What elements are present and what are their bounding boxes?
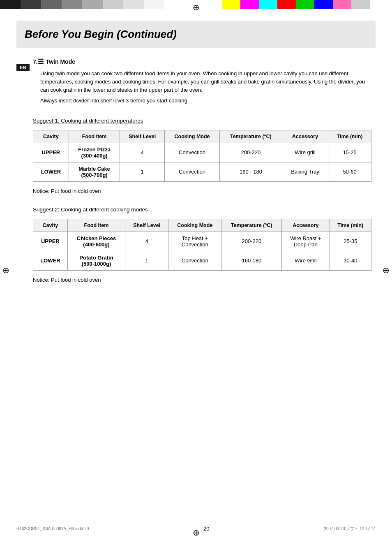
suggest2-heading-rest: Cooking at different cooking modes (60, 206, 148, 213)
suggest2-heading: Suggest 2: Cooking at different cooking … (33, 206, 371, 213)
top-bar-left (0, 0, 173, 9)
main-content: 7. ☰ Twin Mode Using twin mode you can c… (33, 53, 371, 291)
col-food-item: Food Item (67, 219, 125, 232)
col-shelf-level: Shelf Level (125, 219, 168, 232)
body-paragraph-2: Always insert divider into shelf level 3… (40, 97, 371, 105)
suggest1-notice: Notice: Put food in cold oven (33, 188, 371, 194)
s2-upper-temp: 200-220 (221, 232, 282, 251)
table-row: LOWER Marble Cake(500-700g) 1 Convection… (33, 162, 371, 181)
col-accessory: Accessory (282, 219, 330, 232)
s2-lower-cavity: LOWER (33, 251, 68, 270)
col-cooking-mode: Cooking Mode (165, 130, 220, 143)
col-accessory: Accessory (282, 130, 328, 143)
col-shelf-level: Shelf Level (120, 130, 165, 143)
section-heading: 7. ☰ Twin Mode (33, 58, 371, 65)
suggest1-heading-bold: Suggest 1: (33, 118, 60, 124)
reg-mark-left: ⊕ (2, 265, 9, 275)
table-row: UPPER Frozen Pizza(300-400g) 4 Convectio… (33, 143, 371, 162)
s1-lower-mode: Convection (165, 162, 220, 181)
s1-upper-temp: 200-220 (219, 143, 282, 162)
section-number: 7. (33, 58, 38, 65)
table-row: UPPER Chicken Pieces(400-600g) 4 Top Hea… (33, 232, 371, 251)
col-temperature: Temperature (°C) (219, 130, 282, 143)
s1-lower-time: 50-60 (328, 162, 371, 181)
s2-upper-food: Chicken Pieces(400-600g) (67, 232, 125, 251)
s1-upper-shelf: 4 (120, 143, 165, 162)
page-number: 20 (89, 526, 324, 532)
suggest1-table: Cavity Food Item Shelf Level Cooking Mod… (33, 130, 371, 182)
suggest2-notice: Notice: Put food in cold oven (33, 277, 371, 283)
suggest2-table: Cavity Food Item Shelf Level Cooking Mod… (33, 219, 371, 271)
s1-lower-temp: 160 - 180 (219, 162, 282, 181)
section-title-text: Twin Mode (46, 58, 75, 65)
body-paragraph-1: Using twin mode you can cook two differe… (40, 70, 371, 94)
suggest2-heading-bold: Suggest 2: (33, 206, 60, 213)
suggest1-heading-rest: Cooking at different temperatures (60, 118, 143, 124)
s2-upper-cavity: UPPER (33, 232, 68, 251)
s1-upper-time: 15-25 (328, 143, 371, 162)
bottom-left-text: BT62CDBST_XSA-00091A_EN.indd 20 (16, 526, 89, 531)
col-cavity: Cavity (33, 130, 69, 143)
s1-upper-mode: Convection (165, 143, 220, 162)
s1-upper-food: Frozen Pizza(300-400g) (69, 143, 120, 162)
s2-lower-temp: 160-180 (221, 251, 282, 270)
col-cooking-mode: Cooking Mode (168, 219, 221, 232)
s2-upper-shelf: 4 (125, 232, 168, 251)
s2-upper-mode: Top Heat +Convection (168, 232, 221, 251)
s2-upper-accessory: Wire Roast +Deep Pan (282, 232, 330, 251)
page-header-band: Before You Begin (Continued) (16, 21, 376, 48)
s2-upper-time: 25-35 (330, 232, 371, 251)
col-time: Time (min) (330, 219, 371, 232)
s1-lower-accessory: Baking Tray (282, 162, 328, 181)
s1-upper-accessory: Wire grill (282, 143, 328, 162)
s2-lower-time: 30-40 (330, 251, 371, 270)
s2-lower-mode: Convection (168, 251, 221, 270)
language-badge: EN (16, 64, 30, 71)
bottom-bar: BT62CDBST_XSA-00091A_EN.indd 20 20 2007-… (16, 523, 376, 532)
suggest1-heading: Suggest 1: Cooking at different temperat… (33, 118, 371, 124)
col-cavity: Cavity (33, 219, 68, 232)
col-food-item: Food Item (69, 130, 120, 143)
bottom-right-text: 2007-03-23 ソフト 12:17:14 (324, 526, 376, 532)
table-header-row: Cavity Food Item Shelf Level Cooking Mod… (33, 219, 371, 232)
s2-lower-accessory: Wire Grill (282, 251, 330, 270)
col-temperature: Temperature (°C) (221, 219, 282, 232)
s1-lower-food: Marble Cake(500-700g) (69, 162, 120, 181)
s2-lower-shelf: 1 (125, 251, 168, 270)
s1-lower-shelf: 1 (120, 162, 165, 181)
twin-mode-icon: ☰ (38, 58, 44, 65)
page-title: Before You Begin (Continued) (25, 28, 367, 41)
s2-lower-food: Potato Gratin(500-1000g) (67, 251, 125, 270)
col-time: Time (min) (328, 130, 371, 143)
table-row: LOWER Potato Gratin(500-1000g) 1 Convect… (33, 251, 371, 270)
top-bar-right (222, 0, 392, 9)
s1-upper-cavity: UPPER (33, 143, 69, 162)
s1-lower-cavity: LOWER (33, 162, 69, 181)
table-header-row: Cavity Food Item Shelf Level Cooking Mod… (33, 130, 371, 143)
reg-mark-top: ⊕ (193, 2, 200, 12)
reg-mark-right: ⊕ (383, 265, 390, 275)
